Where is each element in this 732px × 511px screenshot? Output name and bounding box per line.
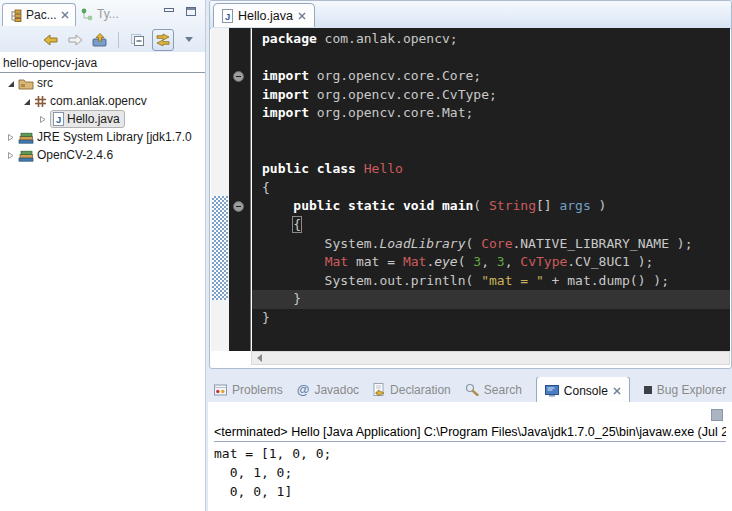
tree-item-label: Hello.java bbox=[67, 112, 120, 126]
terminate-button[interactable] bbox=[711, 409, 723, 421]
minimize-button[interactable] bbox=[163, 6, 175, 17]
collapsed-arrow-icon[interactable] bbox=[38, 115, 47, 124]
editor-panel: J Hello.java package com.anlak.opencv;im… bbox=[209, 0, 732, 369]
code-line[interactable]: System.out.println( "mat = " + mat.dump(… bbox=[252, 272, 730, 291]
tree-item-package[interactable]: com.anlak.opencv bbox=[0, 92, 205, 110]
code-line[interactable]: import org.opencv.core.CvType; bbox=[252, 86, 730, 105]
bug-explorer-icon bbox=[644, 386, 652, 394]
tab-console[interactable]: Console bbox=[536, 377, 630, 402]
code-line[interactable]: Mat mat = Mat.eye( 3, 3, CvType.CV_8UC1 … bbox=[252, 253, 730, 272]
tree-item-label: OpenCV-2.4.6 bbox=[37, 148, 113, 162]
toolbar-separator bbox=[118, 32, 119, 48]
code-line[interactable]: import org.opencv.core.Mat; bbox=[252, 104, 730, 123]
tab-declaration-label: Declaration bbox=[390, 383, 451, 397]
horizontal-scrollbar[interactable] bbox=[251, 351, 730, 365]
code-line[interactable]: package com.anlak.opencv; bbox=[252, 30, 730, 49]
code-line[interactable]: } bbox=[252, 290, 730, 309]
code-line[interactable]: public class Hello bbox=[252, 160, 730, 179]
tab-javadoc[interactable]: @ Javadoc bbox=[297, 382, 359, 397]
close-icon[interactable] bbox=[61, 11, 69, 19]
tab-type-hierarchy[interactable]: Ty... bbox=[80, 7, 119, 21]
tab-javadoc-label: Javadoc bbox=[314, 383, 359, 397]
fold-collapse-icon[interactable] bbox=[233, 71, 244, 82]
code-line[interactable]: public static void main( String[] args ) bbox=[252, 197, 730, 216]
library-icon bbox=[18, 131, 34, 144]
tab-type-hierarchy-label: Ty... bbox=[97, 7, 119, 21]
collapsed-arrow-icon[interactable] bbox=[6, 151, 15, 160]
view-menu-button[interactable] bbox=[179, 30, 199, 50]
chevron-down-icon bbox=[185, 37, 193, 42]
code-line[interactable]: { bbox=[252, 216, 730, 235]
selected-tree-item[interactable]: J Hello.java bbox=[50, 110, 125, 128]
tree-separator bbox=[0, 72, 205, 73]
tree-item-src[interactable]: src bbox=[0, 74, 205, 92]
project-label: hello-opencv-java bbox=[3, 56, 97, 70]
up-button[interactable] bbox=[90, 30, 110, 50]
close-icon[interactable] bbox=[613, 387, 621, 395]
svg-text:J: J bbox=[225, 10, 230, 21]
collapse-all-button[interactable] bbox=[127, 30, 147, 50]
svg-text:J: J bbox=[56, 114, 61, 125]
back-button[interactable] bbox=[40, 30, 60, 50]
tab-problems[interactable]: Problems bbox=[214, 383, 283, 397]
tab-declaration[interactable]: Declaration bbox=[373, 383, 451, 397]
fold-collapse-icon[interactable] bbox=[233, 201, 244, 212]
tree-item-label: com.anlak.opencv bbox=[50, 94, 147, 108]
console-output-line[interactable]: 0, 0, 1] bbox=[214, 482, 732, 501]
tab-bug-explorer-label: Bug Explorer bbox=[657, 383, 726, 397]
collapsed-arrow-icon[interactable] bbox=[6, 133, 15, 142]
code-line[interactable]: } bbox=[252, 309, 730, 328]
console-output[interactable]: mat = [1, 0, 0; 0, 1, 0; 0, 0, 1] bbox=[214, 444, 732, 501]
javadoc-icon: @ bbox=[297, 382, 310, 397]
annotation-ruler[interactable] bbox=[211, 28, 229, 351]
package-explorer-panel: Pac... Ty... bbox=[0, 0, 206, 511]
folding-margin[interactable] bbox=[229, 28, 251, 351]
editor-body: package com.anlak.opencv;import org.open… bbox=[211, 28, 730, 351]
package-explorer-toolbar bbox=[0, 27, 199, 52]
tree-item-opencv-library[interactable]: OpenCV-2.4.6 bbox=[0, 146, 205, 164]
tree-item-label: JRE System Library [jdk1.7.0 bbox=[37, 130, 192, 144]
code-line[interactable] bbox=[252, 49, 730, 68]
code-line[interactable]: System.LoadLibrary( Core.NATIVE_LIBRARY_… bbox=[252, 235, 730, 254]
range-indicator bbox=[212, 196, 228, 300]
expanded-arrow-icon[interactable] bbox=[6, 79, 15, 88]
declaration-icon bbox=[373, 383, 385, 396]
maximize-button[interactable] bbox=[185, 6, 197, 17]
source-folder-icon bbox=[18, 77, 34, 90]
console-icon bbox=[545, 385, 559, 397]
code-line[interactable]: import org.opencv.core.Core; bbox=[252, 67, 730, 86]
tab-problems-label: Problems bbox=[232, 383, 283, 397]
tree-item-project[interactable]: hello-opencv-java bbox=[0, 54, 205, 72]
tab-package-explorer-label: Pac... bbox=[26, 8, 57, 22]
tab-search-label: Search bbox=[484, 383, 522, 397]
link-with-editor-button[interactable] bbox=[152, 29, 174, 51]
editor-tab-hello-java[interactable]: J Hello.java bbox=[213, 3, 315, 27]
editor-code-area[interactable]: package com.anlak.opencv;import org.open… bbox=[252, 28, 730, 351]
scroll-left-arrow-icon[interactable] bbox=[257, 354, 262, 362]
console-output-line[interactable]: mat = [1, 0, 0; bbox=[214, 444, 732, 463]
editor-tabbar: J Hello.java bbox=[210, 1, 731, 29]
search-icon bbox=[465, 383, 479, 396]
forward-button[interactable] bbox=[65, 30, 85, 50]
problems-icon bbox=[214, 384, 227, 396]
tab-search[interactable]: Search bbox=[465, 383, 522, 397]
type-hierarchy-icon bbox=[80, 8, 93, 21]
expanded-arrow-icon[interactable] bbox=[22, 97, 31, 106]
tab-package-explorer[interactable]: Pac... bbox=[2, 3, 76, 26]
package-icon bbox=[34, 95, 47, 108]
tab-bug-explorer[interactable]: Bug Explorer bbox=[644, 383, 726, 397]
tab-console-label: Console bbox=[564, 384, 608, 398]
java-file-icon: J bbox=[53, 112, 64, 126]
bottom-tabbar: Problems @ Javadoc Declaration Search Co… bbox=[208, 377, 732, 402]
tree-item-hello-java[interactable]: J Hello.java bbox=[0, 110, 205, 128]
java-file-icon: J bbox=[222, 9, 233, 23]
code-line[interactable] bbox=[252, 123, 730, 142]
editor-tab-label: Hello.java bbox=[238, 9, 293, 23]
code-line[interactable]: { bbox=[252, 179, 730, 198]
console-title: <terminated> Hello [Java Application] C:… bbox=[214, 425, 726, 442]
tree-item-jre-library[interactable]: JRE System Library [jdk1.7.0 bbox=[0, 128, 205, 146]
console-output-line[interactable]: 0, 1, 0; bbox=[214, 463, 732, 482]
package-explorer-icon bbox=[9, 9, 22, 22]
code-line[interactable] bbox=[252, 142, 730, 161]
close-icon[interactable] bbox=[298, 12, 306, 20]
